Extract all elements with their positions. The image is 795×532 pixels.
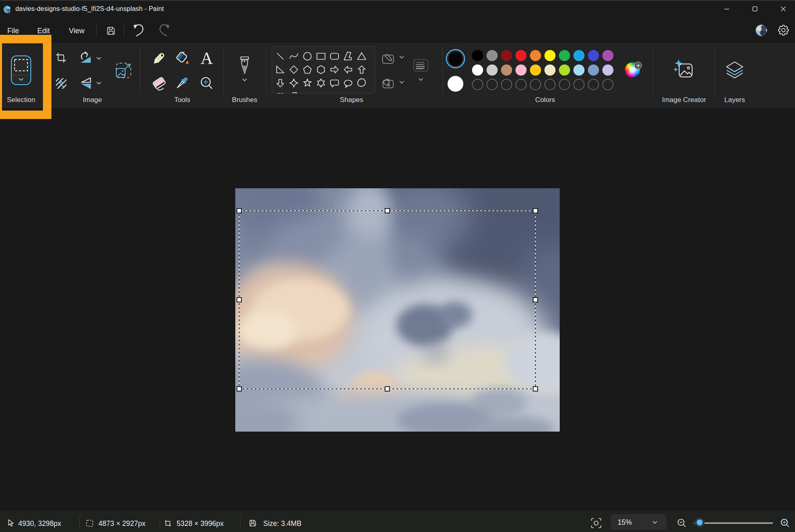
svg-text:A: A: [200, 49, 213, 68]
